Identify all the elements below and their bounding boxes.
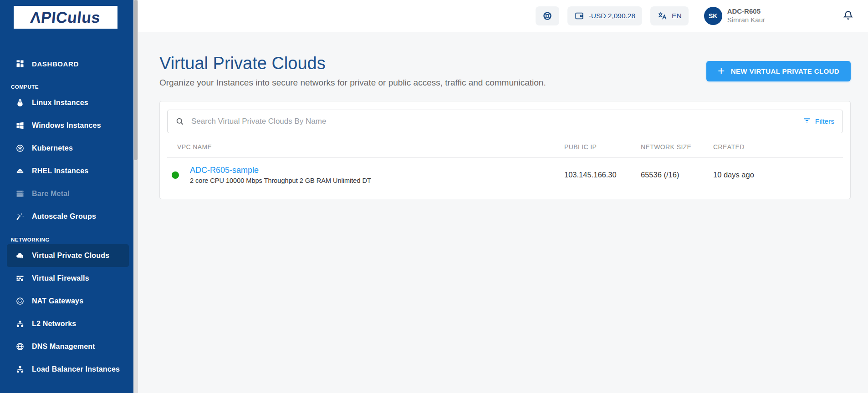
brand-logo[interactable]: ΛPICulus — [14, 6, 117, 29]
sidebar-item-label: RHEL Instances — [32, 167, 88, 175]
created-cell: 10 days ago — [713, 171, 843, 179]
page-content: Virtual Private Clouds Organize your Ins… — [138, 32, 868, 393]
server-icon — [15, 189, 25, 199]
sidebar-item-autoscale-groups[interactable]: Autoscale Groups — [7, 205, 129, 228]
main-area: -USD 2,090.28 EN SK ADC-R605 Simran Kaur — [138, 0, 868, 393]
sidebar-item-label: L2 Networks — [32, 320, 76, 328]
sidebar-item-nat-gateways[interactable]: NAT Gateways — [7, 290, 129, 312]
search-icon — [175, 116, 185, 126]
sidebar-scrollbar-thumb[interactable] — [134, 0, 138, 160]
kubernetes-icon — [15, 143, 25, 153]
windows-icon — [15, 121, 25, 131]
notifications-button[interactable] — [842, 9, 855, 23]
sidebar-item-rhel-instances[interactable]: RHEL Instances — [7, 160, 129, 182]
sidebar-item-label: Kubernetes — [32, 144, 73, 152]
new-vpc-button-label: NEW VIRTUAL PRIVATE CLOUD — [731, 67, 839, 75]
vpc-name-link[interactable]: ADC-R605-sample — [190, 166, 259, 175]
l2-network-icon — [15, 319, 25, 329]
sidebar-item-label: Linux Instances — [32, 99, 88, 107]
sidebar-heading-compute: COMPUTE — [11, 84, 133, 90]
firewall-icon — [15, 273, 25, 283]
plus-icon: + — [718, 65, 725, 76]
column-header-vpc-name: VPC NAME — [167, 143, 564, 151]
sidebar-item-dashboard[interactable]: DASHBOARD — [7, 52, 129, 75]
sidebar-heading-networking: NETWORKING — [11, 237, 133, 242]
table-header: VPC NAME PUBLIC IP NETWORK SIZE CREATED — [167, 137, 843, 158]
status-dot — [172, 171, 179, 179]
sidebar-item-label: Bare Metal — [32, 190, 70, 198]
vpc-description: 2 core CPU 10000 Mbps Throughput 2 GB RA… — [190, 177, 371, 184]
sidebar-item-virtual-firewalls[interactable]: Virtual Firewalls — [7, 267, 129, 290]
top-header: -USD 2,090.28 EN SK ADC-R605 Simran Kaur — [138, 0, 868, 32]
network-size-cell: 65536 (/16) — [641, 171, 713, 179]
language-label: EN — [672, 12, 682, 20]
cloud-lock-icon — [15, 251, 25, 261]
language-button[interactable]: EN — [650, 6, 689, 25]
user-info: ADC-R605 Simran Kaur — [727, 7, 765, 25]
app-root: ΛPICulus DASHBOARD COMPUTE Linux Instanc… — [0, 0, 868, 393]
user-menu[interactable]: SK ADC-R605 Simran Kaur — [704, 7, 765, 25]
vpc-name-block: ADC-R605-sample 2 core CPU 10000 Mbps Th… — [190, 166, 371, 184]
sidebar-item-label: NAT Gateways — [32, 297, 83, 305]
page-title: Virtual Private Clouds — [159, 54, 546, 74]
sidebar-item-label: Virtual Firewalls — [32, 274, 89, 282]
new-vpc-button[interactable]: + NEW VIRTUAL PRIVATE CLOUD — [706, 61, 851, 81]
sidebar-item-label: DASHBOARD — [32, 60, 79, 68]
avatar: SK — [704, 7, 722, 25]
vpc-list-card: Filters VPC NAME PUBLIC IP NETWORK SIZE … — [159, 101, 851, 199]
filters-label: Filters — [815, 117, 834, 126]
search-input[interactable] — [191, 117, 797, 126]
page-title-block: Virtual Private Clouds Organize your Ins… — [159, 54, 546, 88]
sidebar-item-virtual-private-clouds[interactable]: Virtual Private Clouds — [7, 244, 129, 267]
sidebar-item-linux-instances[interactable]: Linux Instances — [7, 91, 129, 114]
sidebar-item-bare-metal: Bare Metal — [7, 182, 129, 205]
vpc-name-cell: ADC-R605-sample 2 core CPU 10000 Mbps Th… — [167, 166, 564, 184]
sidebar-item-label: Load Balancer Instances — [32, 365, 120, 373]
user-name: Simran Kaur — [727, 16, 765, 25]
sidebar-item-load-balancer-instances[interactable]: Load Balancer Instances — [7, 358, 129, 381]
sidebar-scrollbar[interactable] — [133, 0, 138, 393]
account-code: ADC-R605 — [727, 7, 765, 16]
dashboard-icon — [15, 59, 25, 69]
sidebar-item-label: Autoscale Groups — [32, 212, 96, 221]
lifebuoy-icon — [542, 11, 552, 21]
sidebar-item-l2-networks[interactable]: L2 Networks — [7, 312, 129, 335]
search-bar: Filters — [167, 110, 843, 133]
page-subtitle: Organize your Instances into secure netw… — [159, 78, 546, 88]
filters-button[interactable]: Filters — [803, 116, 834, 126]
column-header-created: CREATED — [713, 143, 843, 151]
bell-icon — [842, 15, 854, 22]
sidebar-item-kubernetes[interactable]: Kubernetes — [7, 137, 129, 160]
magic-wand-icon — [15, 212, 25, 222]
wallet-balance: -USD 2,090.28 — [589, 12, 636, 20]
wallet-balance-button[interactable]: -USD 2,090.28 — [567, 6, 643, 25]
globe-icon — [15, 342, 25, 352]
filter-icon — [803, 116, 811, 126]
nat-gateway-icon — [15, 296, 25, 306]
help-button[interactable] — [536, 6, 559, 25]
sidebar-item-label: Virtual Private Clouds — [32, 252, 109, 260]
translate-icon — [657, 11, 667, 21]
sidebar-item-dns-management[interactable]: DNS Management — [7, 335, 129, 358]
column-header-network-size: NETWORK SIZE — [641, 143, 713, 151]
brand-logo-text: ΛPICulus — [30, 10, 102, 25]
load-balancer-icon — [15, 364, 25, 374]
wallet-icon — [574, 11, 584, 21]
sidebar-item-label: Windows Instances — [32, 121, 101, 130]
sidebar-item-windows-instances[interactable]: Windows Instances — [7, 114, 129, 137]
sidebar-item-label: DNS Management — [32, 343, 95, 351]
table-row: ADC-R605-sample 2 core CPU 10000 Mbps Th… — [167, 158, 843, 192]
linux-icon — [15, 98, 25, 108]
public-ip-cell: 103.145.166.30 — [564, 171, 641, 179]
sidebar-nav: DASHBOARD COMPUTE Linux Instances Window… — [0, 52, 133, 381]
column-header-public-ip: PUBLIC IP — [564, 143, 641, 151]
page-head-row: Virtual Private Clouds Organize your Ins… — [159, 54, 851, 88]
redhat-icon — [15, 166, 25, 176]
sidebar: ΛPICulus DASHBOARD COMPUTE Linux Instanc… — [0, 0, 133, 393]
